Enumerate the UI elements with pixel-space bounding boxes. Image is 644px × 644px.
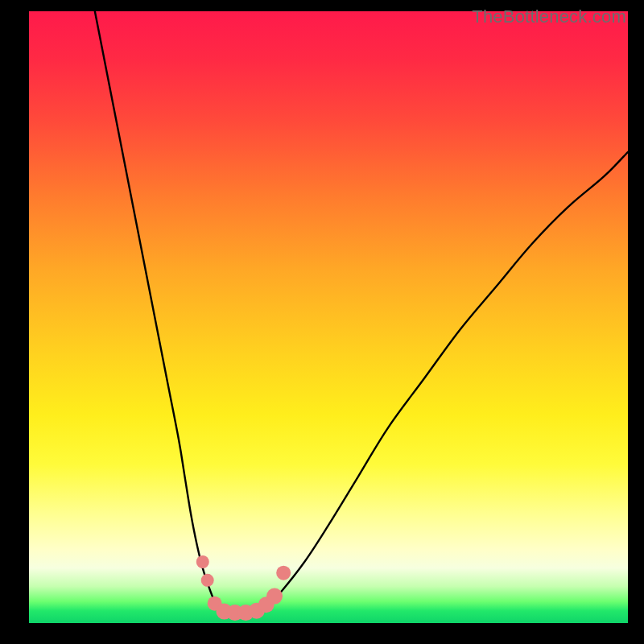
data-dot (196, 555, 209, 568)
watermark-label: TheBottleneck.com (472, 6, 626, 27)
bottleneck-curve (95, 11, 628, 613)
data-dot (266, 588, 283, 605)
data-dot (276, 566, 291, 580)
chart-frame: TheBottleneck.com (0, 0, 644, 644)
curve-overlay (29, 11, 628, 623)
plot-area (29, 11, 628, 623)
bottleneck-curve-path (95, 11, 628, 613)
data-dot (201, 574, 214, 587)
data-dots (196, 555, 291, 621)
